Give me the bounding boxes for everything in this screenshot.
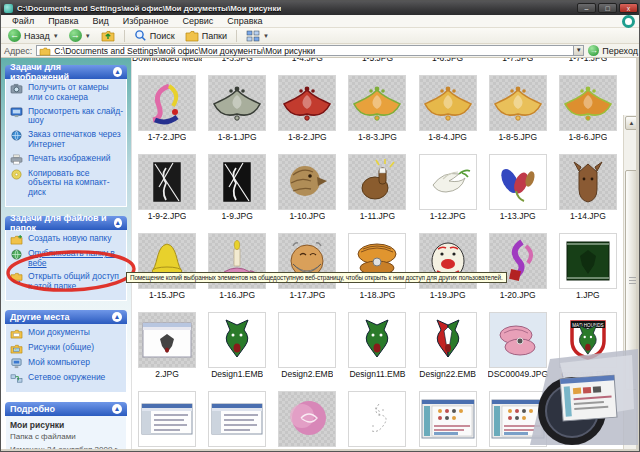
file-item[interactable]: 1-17.JPG bbox=[272, 229, 342, 302]
file-item[interactable]: 2.JPG bbox=[132, 308, 202, 381]
forward-dropdown-icon[interactable]: ▼ bbox=[85, 33, 91, 39]
panel-header[interactable]: Подробно▴ bbox=[5, 402, 127, 416]
task-link-0-2[interactable]: Заказ отпечатков через Интернет bbox=[10, 130, 124, 150]
file-name: 1-20.JPG bbox=[500, 290, 536, 302]
menu-item-2[interactable]: Вид bbox=[86, 16, 116, 26]
panel-header[interactable]: Другие места▴ bbox=[5, 310, 127, 324]
menu-item-3[interactable]: Избранное bbox=[116, 16, 176, 26]
file-item[interactable]: 1-8-5.JPG bbox=[483, 71, 553, 144]
chevron-up-icon[interactable]: ▴ bbox=[112, 404, 122, 414]
file-item[interactable]: 1-20.JPG bbox=[483, 229, 553, 302]
file-item[interactable]: 1-6.JPG bbox=[413, 58, 483, 65]
sidebar-panel-2: Другие места▴Мои документыРисунки (общие… bbox=[5, 310, 127, 393]
file-item[interactable]: 1-14.JPG bbox=[553, 150, 623, 223]
file-item[interactable]: 1-7-2.JPG bbox=[132, 71, 202, 144]
file-item[interactable]: Design11.EMB bbox=[342, 308, 412, 381]
file-item[interactable]: DSC00049.JPG bbox=[483, 308, 553, 381]
task-link-2-0[interactable]: Мои документы bbox=[10, 328, 124, 339]
menu-bar: ФайлПравкаВидИзбранноеСервисСправка bbox=[1, 15, 640, 28]
folders-button[interactable]: Папки bbox=[182, 28, 230, 43]
file-name: 1-15.JPG bbox=[149, 290, 185, 302]
minimize-button[interactable]: – bbox=[577, 3, 596, 13]
thumbnail-image bbox=[138, 312, 196, 368]
task-link-1-2[interactable]: Открыть общий доступ к этой папке bbox=[10, 272, 124, 292]
chevron-up-icon[interactable]: ▴ bbox=[114, 218, 122, 228]
file-item[interactable]: 1-5.JPG bbox=[342, 58, 412, 65]
task-link-2-2[interactable]: Мой компьютер bbox=[10, 358, 124, 369]
file-name: 1-5.JPG bbox=[362, 58, 393, 65]
forward-button[interactable]: → ▼ bbox=[66, 28, 94, 43]
task-link-2-3[interactable]: Сетевое окружение bbox=[10, 373, 124, 384]
maximize-button[interactable]: □ bbox=[598, 3, 617, 13]
file-item[interactable]: 1-16.JPG bbox=[202, 229, 272, 302]
file-item[interactable]: Безымянный2.bmp bbox=[132, 387, 202, 449]
file-item[interactable]: 1-3.JPG bbox=[202, 58, 272, 65]
file-item[interactable]: MAD HOUNDSgoncaya.EMB bbox=[553, 308, 623, 381]
title-bar[interactable]: C:\Documents and Settings\мой офис\Мои д… bbox=[1, 1, 640, 15]
file-item[interactable]: 1.JPG bbox=[553, 229, 623, 302]
file-item[interactable]: 1-7-1.JPG bbox=[553, 58, 623, 65]
views-dropdown-icon[interactable]: ▼ bbox=[263, 33, 269, 39]
back-dropdown-icon[interactable]: ▼ bbox=[53, 33, 59, 39]
back-button[interactable]: ← Назад ▼ bbox=[5, 28, 62, 43]
file-item[interactable]: 1-4.JPG bbox=[272, 58, 342, 65]
file-item[interactable]: 1-8-2.JPG bbox=[272, 71, 342, 144]
panel-header[interactable]: Задачи для изображений▴ bbox=[5, 65, 127, 79]
file-item[interactable]: 1-8-3.JPG bbox=[342, 71, 412, 144]
go-button[interactable]: → Переход bbox=[588, 45, 638, 56]
file-item[interactable]: 1-8-1.JPG bbox=[202, 71, 272, 144]
file-name: 1-8-2.JPG bbox=[288, 132, 327, 144]
file-name: goncaya.EMB bbox=[561, 369, 614, 381]
file-item[interactable]: 1-7.JPG bbox=[483, 58, 553, 65]
menu-item-0[interactable]: Файл bbox=[5, 16, 41, 26]
file-item[interactable]: новый-1.cpt bbox=[342, 387, 412, 449]
file-item[interactable]: Безымянный.JPG bbox=[272, 387, 342, 449]
task-link-0-0[interactable]: Получить от камеры или со сканера bbox=[10, 83, 124, 103]
task-link-1-1[interactable]: Опубликовать папку в вебе bbox=[10, 249, 124, 269]
file-item[interactable]: 1-19.JPG bbox=[413, 229, 483, 302]
task-link-1-0[interactable]: Создать новую папку bbox=[10, 234, 124, 245]
file-name: 1-6.JPG bbox=[432, 58, 463, 65]
file-item[interactable]: 1-15.JPG bbox=[132, 229, 202, 302]
file-item[interactable]: 9.JPG bbox=[413, 387, 483, 449]
task-link-0-1[interactable]: Просмотреть как слайд-шоу bbox=[10, 107, 124, 127]
address-dropdown-icon[interactable]: ▼ bbox=[573, 46, 583, 55]
file-name: 1-7.JPG bbox=[502, 58, 533, 65]
search-button[interactable]: Поиск bbox=[131, 28, 178, 43]
file-item[interactable]: 1-8-4.JPG bbox=[413, 71, 483, 144]
thumbnail-image bbox=[348, 154, 406, 210]
file-item[interactable]: Downloaded Media bbox=[132, 58, 202, 65]
panel-header[interactable]: Задачи для файлов и папок▴ bbox=[5, 216, 127, 230]
file-item[interactable]: 1-11.JPG bbox=[342, 150, 412, 223]
file-item[interactable]: 1-12.JPG bbox=[413, 150, 483, 223]
close-button[interactable]: x bbox=[619, 3, 638, 13]
up-button[interactable] bbox=[98, 28, 118, 43]
task-link-2-1[interactable]: Рисунки (общие) bbox=[10, 343, 124, 354]
menu-item-5[interactable]: Справка bbox=[220, 16, 269, 26]
chevron-up-icon[interactable]: ▴ bbox=[113, 67, 122, 77]
views-button[interactable]: ▼ bbox=[243, 28, 272, 43]
file-item[interactable]: 1-10.JPG bbox=[272, 150, 342, 223]
task-link-0-4[interactable]: Копировать все объекты на компакт-диск bbox=[10, 169, 124, 198]
computer-icon bbox=[10, 358, 24, 369]
file-item[interactable]: 1-9.JPG bbox=[202, 150, 272, 223]
panel-title: Подробно bbox=[10, 404, 55, 414]
panel-title: Задачи для изображений bbox=[10, 62, 113, 82]
file-item[interactable]: 10.JPG bbox=[483, 387, 553, 449]
file-item[interactable]: 1-8-6.JPG bbox=[553, 71, 623, 144]
menu-item-1[interactable]: Правка bbox=[41, 16, 85, 26]
file-item[interactable]: 1-18.JPG bbox=[342, 229, 412, 302]
file-name: Design2.EMB bbox=[281, 369, 333, 381]
file-item[interactable]: Design1.EMB bbox=[202, 308, 272, 381]
task-link-0-3[interactable]: Печать изображений bbox=[10, 154, 124, 165]
file-item[interactable]: Design2.EMB bbox=[272, 308, 342, 381]
file-item[interactable]: 1-13.JPG bbox=[483, 150, 553, 223]
chevron-up-icon[interactable]: ▴ bbox=[112, 312, 122, 322]
file-item[interactable]: Безымянный.bmp bbox=[202, 387, 272, 449]
thumbnail-image bbox=[348, 391, 406, 447]
file-item[interactable]: Design22.EMB bbox=[413, 308, 483, 381]
file-item[interactable]: 1-9-2.JPG bbox=[132, 150, 202, 223]
task-link-label: Заказ отпечатков через Интернет bbox=[28, 130, 124, 150]
menu-item-4[interactable]: Сервис bbox=[175, 16, 220, 26]
address-input[interactable]: C:\Documents and Settings\мой офис\Мои д… bbox=[36, 45, 584, 56]
